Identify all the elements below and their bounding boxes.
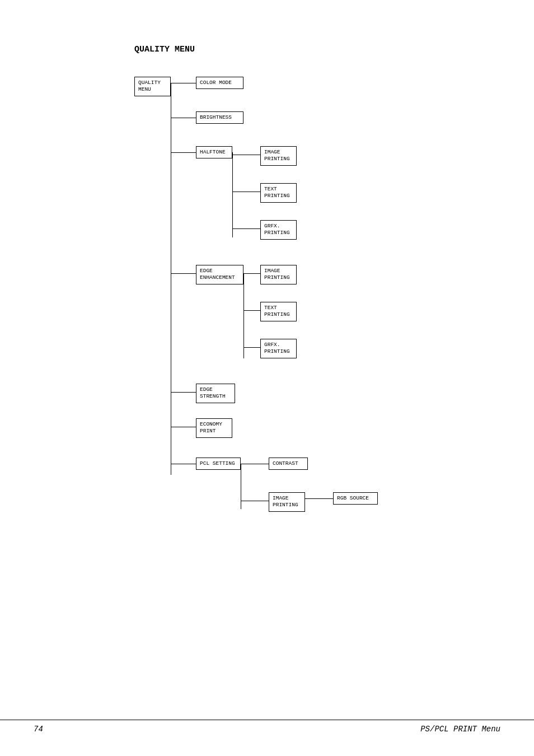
node-pcl-setting: PCL SETTING	[196, 458, 241, 470]
diagram: QUALITYMENU COLOR MODE BRIGHTNESS HALFTO…	[134, 66, 470, 570]
node-rgb-source: RGB SOURCE	[333, 492, 378, 505]
node-image-printing-3: IMAGEPRINTING	[269, 492, 305, 512]
node-image-printing-2: IMAGEPRINTING	[260, 265, 297, 284]
node-contrast: CONTRAST	[269, 458, 308, 470]
node-grfx-printing-2: GRFX.PRINTING	[260, 339, 297, 358]
node-grfx-printing-1: GRFX.PRINTING	[260, 220, 297, 240]
node-text-printing-2: TEXTPRINTING	[260, 302, 297, 321]
footer: 74 PS/PCL PRINT Menu	[0, 720, 534, 734]
node-text-printing-1: TEXTPRINTING	[260, 183, 297, 203]
node-color-mode: COLOR MODE	[196, 77, 243, 89]
node-edge-enhancement: EDGEENHANCEMENT	[196, 265, 243, 284]
node-image-printing-1: IMAGEPRINTING	[260, 146, 297, 166]
node-halftone: HALFTONE	[196, 146, 232, 158]
node-brightness: BRIGHTNESS	[196, 111, 243, 124]
footer-page-number: 74	[34, 725, 43, 734]
footer-section-title: PS/PCL PRINT Menu	[420, 725, 500, 734]
node-quality-menu: QUALITYMENU	[134, 77, 171, 96]
node-economy-print: ECONOMYPRINT	[196, 418, 232, 438]
node-edge-strength: EDGESTRENGTH	[196, 384, 235, 403]
page-title: QUALITY MENU	[134, 45, 500, 54]
